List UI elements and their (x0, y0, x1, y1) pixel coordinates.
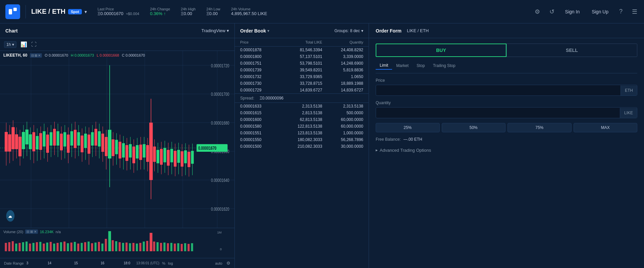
buy-order-row[interactable]: 0.00001600 62,813.5138 60,000.0000 (235, 116, 369, 123)
svg-rect-185 (177, 243, 179, 251)
chart-type-button[interactable]: 📊 (20, 41, 27, 48)
trailing-stop-tab[interactable]: Trailing Stop (429, 62, 460, 70)
svg-rect-154 (70, 243, 72, 251)
svg-rect-58 (63, 132, 66, 147)
groups-selector[interactable]: Groups: 8 dec ▾ (334, 28, 363, 33)
buy-order-row[interactable]: 0.00001500 210,082.3033 30,000.0000 (235, 143, 369, 150)
svg-rect-168 (119, 242, 121, 251)
svg-rect-32 (19, 137, 21, 156)
svg-rect-106 (143, 144, 146, 157)
chart-title: Chart (5, 28, 18, 34)
tradingview-button[interactable]: TradingView ▾ (201, 28, 229, 33)
chart-settings-button[interactable]: ⚙ (226, 261, 230, 266)
buy-order-row[interactable]: 0.00001550 180,082.3033 56,268.7896 (235, 136, 369, 143)
svg-rect-116 (163, 148, 166, 162)
buy-order-row[interactable]: 0.00001551 123,813.5138 1,000.0000 (235, 130, 369, 136)
sell-quantity: 1.0650 (322, 74, 363, 79)
change-stat: 24h Change 0.36% ↑ (150, 7, 170, 16)
sell-price: 0.00001732 (240, 74, 281, 79)
svg-rect-102 (139, 145, 142, 160)
pct-50-button[interactable]: 50% (442, 123, 506, 132)
buy-price: 0.00001580 (240, 124, 281, 129)
svg-rect-176 (143, 242, 145, 251)
svg-rect-160 (91, 243, 93, 251)
svg-rect-96 (129, 144, 131, 157)
ohlc-open: O 0.00001670 (45, 53, 68, 57)
sell-order-row[interactable]: 0.00001800 57,137.5101 3,339.0000 (235, 53, 369, 60)
pct-75-button[interactable]: 75% (507, 123, 572, 132)
refresh-button[interactable]: ↺ (548, 7, 556, 17)
sell-order-row[interactable]: 0.00001732 33,729.9365 1.0650 (235, 73, 369, 80)
svg-rect-24 (5, 132, 7, 151)
buy-tab[interactable]: BUY (376, 44, 506, 57)
svg-rect-138 (15, 244, 17, 251)
svg-rect-182 (167, 243, 169, 251)
buy-order-row[interactable]: 0.00001615 2,813.5138 500.0000 (235, 110, 369, 116)
sell-tab[interactable]: SELL (506, 44, 637, 57)
svg-rect-38 (29, 135, 32, 149)
sell-order-row[interactable]: 0.00001739 39,549.8201 5,819.8836 (235, 67, 369, 73)
chevron-down-icon[interactable]: ▾ (85, 9, 87, 14)
pct-max-button[interactable]: MAX (574, 123, 638, 132)
sign-in-button[interactable]: Sign In (562, 8, 583, 16)
sell-order-row[interactable]: 0.00001878 81,546.3394 24,408.8292 (235, 47, 369, 53)
svg-rect-148 (50, 242, 52, 251)
svg-rect-149 (53, 244, 55, 251)
advanced-trading-options[interactable]: ▶ Advanced Trading Options (376, 148, 637, 153)
svg-rect-104 (149, 123, 153, 180)
svg-rect-146 (43, 244, 45, 251)
volume-label: 24h Volume (231, 7, 267, 11)
sell-price: 0.00001878 (240, 48, 281, 52)
sell-orders: 0.00001878 81,546.3394 24,408.8292 0.000… (235, 47, 369, 93)
quantity-field-group: Quantity LIKE (376, 100, 637, 118)
timeframe-selector[interactable]: 1h ▾ (4, 41, 16, 48)
svg-rect-167 (115, 241, 117, 251)
pct-25-button[interactable]: 25% (376, 123, 440, 132)
sell-order-row[interactable]: 0.00001730 33,728.8715 18,889.1988 (235, 80, 369, 87)
svg-rect-44 (39, 133, 42, 150)
volume-area: Volume (20) ⊟ ⊠ ✕ 16.234K n/a (0, 228, 234, 258)
market-stats: Last Price Ξ0.00001670 ≈$0.004 24h Chang… (98, 7, 267, 16)
market-tab[interactable]: Market (392, 62, 413, 70)
price-input-row: ETH (376, 85, 637, 96)
svg-rect-147 (46, 243, 48, 251)
svg-rect-66 (77, 132, 80, 146)
price-input[interactable] (376, 85, 621, 95)
svg-rect-100 (136, 145, 139, 158)
log-label[interactable]: log (168, 261, 173, 265)
pct-label[interactable]: % (162, 261, 165, 265)
buy-price: 0.00001600 (240, 117, 281, 122)
volume-value: 4,895,967.50 LIKE (231, 11, 267, 16)
sell-price: 0.00001800 (240, 54, 281, 59)
high-label: 24h High (181, 7, 196, 11)
limit-tab[interactable]: Limit (376, 62, 392, 70)
sell-total: 53,798.5101 (281, 61, 322, 66)
auto-label[interactable]: auto (215, 261, 222, 265)
sell-quantity: 14,839.6727 (322, 88, 363, 92)
quantity-input[interactable] (376, 108, 620, 118)
quantity-col-header: Quantity (322, 40, 363, 44)
stop-tab[interactable]: Stop (413, 62, 429, 70)
advanced-options-label: Advanced Trading Options (380, 148, 431, 153)
high-value: Ξ0.00 (181, 11, 196, 16)
chevron-down-icon[interactable]: ▾ (267, 28, 269, 33)
help-button[interactable]: ? (618, 7, 624, 16)
svg-rect-186 (181, 244, 183, 251)
sign-up-button[interactable]: Sign Up (589, 8, 611, 16)
fullscreen-button[interactable]: ⛶ (31, 42, 37, 48)
buy-order-row[interactable]: 0.00001633 2,313.5138 2,313.5138 (235, 103, 369, 110)
header-divider (25, 5, 26, 18)
chart-time: 13:06:01 (UTC) (136, 261, 159, 265)
svg-rect-180 (160, 243, 162, 251)
buy-order-row[interactable]: 0.00001580 122,813.5138 60,000.0000 (235, 123, 369, 130)
sell-order-row[interactable]: 0.00001729 14,839.6727 14,839.6727 (235, 87, 369, 93)
sell-order-row[interactable]: 0.00001751 53,798.5101 14,248.6900 (235, 60, 369, 67)
spot-badge[interactable]: Spot (68, 9, 82, 14)
menu-button[interactable]: ☰ (631, 7, 639, 17)
svg-rect-92 (122, 143, 125, 157)
orderform-body: BUY SELL Limit Market Stop Trailing Stop… (369, 38, 644, 158)
svg-text:☁: ☁ (8, 212, 12, 219)
buy-total: 2,313.5138 (281, 104, 322, 109)
svg-text:0.00001700: 0.00001700 (211, 92, 229, 97)
settings-button[interactable]: ⚙ (533, 7, 541, 17)
